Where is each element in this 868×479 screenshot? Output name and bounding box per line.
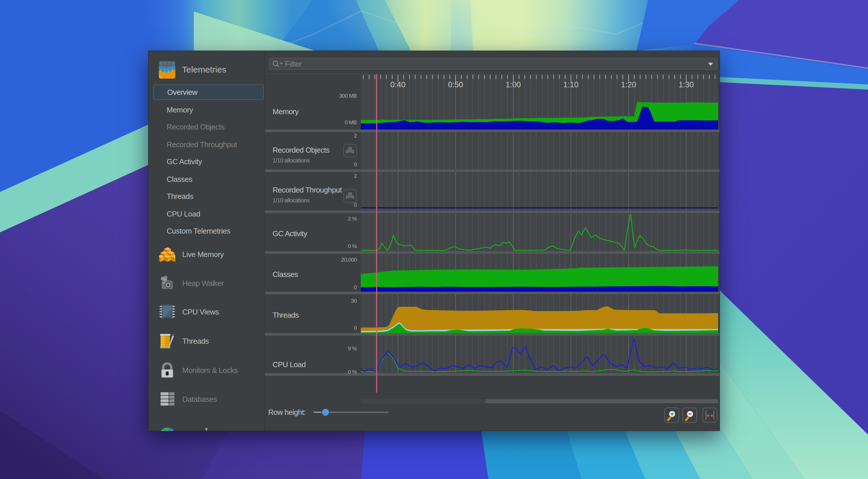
svg-text:GC Activity: GC Activity <box>273 229 307 238</box>
svg-text:0: 0 <box>354 325 357 331</box>
svg-text:1/10 allocations: 1/10 allocations <box>273 157 310 164</box>
svg-text:0: 0 <box>354 284 357 290</box>
svg-text:0:50: 0:50 <box>448 80 463 89</box>
svg-text:1:30: 1:30 <box>679 80 694 89</box>
svg-text:Memory: Memory <box>273 107 299 116</box>
svg-text:0 %: 0 % <box>348 243 357 249</box>
svg-text:1:20: 1:20 <box>621 80 636 89</box>
svg-text:2: 2 <box>354 173 357 179</box>
svg-text:1:10: 1:10 <box>563 80 579 89</box>
svg-text:CPU Load: CPU Load <box>273 360 306 369</box>
svg-text:0 MB: 0 MB <box>345 119 357 126</box>
svg-text:20,000: 20,000 <box>341 257 357 263</box>
svg-text:2: 2 <box>354 133 357 139</box>
svg-text:2 %: 2 % <box>348 216 357 222</box>
svg-text:Recorded Objects: Recorded Objects <box>273 146 330 155</box>
svg-text:Threads: Threads <box>273 311 299 319</box>
svg-text:0:40: 0:40 <box>390 80 406 89</box>
svg-text:30: 30 <box>351 298 357 304</box>
svg-text:1:00: 1:00 <box>506 80 521 89</box>
svg-text:Recorded Throughput: Recorded Throughput <box>273 185 342 194</box>
svg-text:9 %: 9 % <box>348 345 357 351</box>
svg-text:0: 0 <box>354 161 357 167</box>
svg-text:300 MB: 300 MB <box>339 93 357 99</box>
svg-text:1/10 allocations: 1/10 allocations <box>273 197 310 204</box>
svg-text:Row height:: Row height: <box>268 408 306 417</box>
svg-text:Classes: Classes <box>273 270 298 279</box>
svg-text:0 %: 0 % <box>348 369 357 375</box>
